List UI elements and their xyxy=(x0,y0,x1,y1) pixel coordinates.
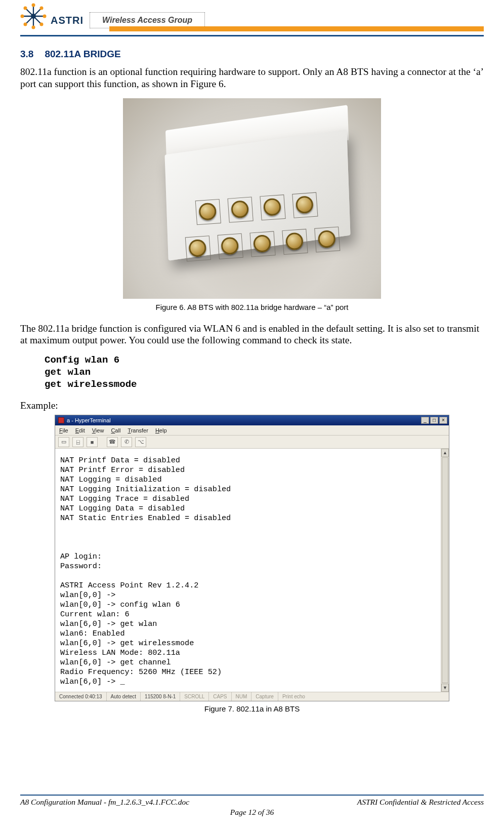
new-icon[interactable]: ▭ xyxy=(58,437,69,447)
menu-file[interactable]: File xyxy=(59,427,68,433)
command-line: get wirelessmode xyxy=(45,379,484,391)
menu-transfer[interactable]: Transfer xyxy=(128,427,148,433)
status-capture: Capture xyxy=(251,692,278,701)
status-serial: 115200 8-N-1 xyxy=(141,692,180,701)
rf-port-icon xyxy=(188,239,206,257)
brand-name: ASTRI xyxy=(51,15,83,29)
svg-point-11 xyxy=(24,23,27,26)
footer-page-number: Page 12 of 36 xyxy=(20,808,484,817)
figure-6-photo xyxy=(123,98,381,299)
scroll-up-button[interactable]: ▲ xyxy=(441,449,449,457)
page-header: ASTRI Wireless Access Group xyxy=(20,0,484,36)
svg-point-8 xyxy=(24,7,27,10)
status-detect: Auto detect xyxy=(107,692,141,701)
rf-port-icon xyxy=(253,234,271,252)
figure-7-caption: Figure 7. 802.11a in A8 BTS xyxy=(20,704,484,713)
hyperterminal-window: a - HyperTerminal _ □ × FileEditViewCall… xyxy=(55,415,449,701)
example-label: Example: xyxy=(20,400,484,412)
rf-port-icon xyxy=(231,200,249,218)
command-block: Config wlan 6 get wlan get wirelessmode xyxy=(20,354,484,390)
vertical-scrollbar[interactable]: ▲ ▼ xyxy=(441,449,449,692)
astri-logo-icon xyxy=(20,3,47,29)
page-footer: A8 Configuration Manual - fm_1.2.6.3_v4.… xyxy=(20,795,484,817)
menu-help[interactable]: Help xyxy=(155,427,167,433)
footer-left: A8 Configuration Manual - fm_1.2.6.3_v4.… xyxy=(20,798,189,807)
hyperterminal-icon xyxy=(58,417,64,423)
svg-point-4 xyxy=(32,4,35,7)
rf-port-icon xyxy=(198,202,217,220)
command-line: get wlan xyxy=(45,367,484,379)
footer-rule xyxy=(20,795,484,796)
status-scroll: SCROLL xyxy=(180,692,209,701)
config-paragraph: The 802.11a bridge function is configure… xyxy=(20,323,484,347)
hangup-icon[interactable]: ✆ xyxy=(121,437,132,447)
status-num: NUM xyxy=(232,692,252,701)
section-title: 802.11A BRIDGE xyxy=(45,49,120,60)
menu-call[interactable]: Call xyxy=(111,427,120,433)
status-printecho: Print echo xyxy=(278,692,309,701)
window-titlebar[interactable]: a - HyperTerminal _ □ × xyxy=(55,415,449,425)
save-icon[interactable]: ■ xyxy=(87,437,98,447)
terminal-output[interactable]: NAT Printf Data = disabled NAT Printf Er… xyxy=(55,449,441,692)
terminal-text: NAT Printf Data = disabled NAT Printf Er… xyxy=(60,456,436,687)
close-button[interactable]: × xyxy=(439,417,447,424)
svg-point-9 xyxy=(40,23,44,26)
open-icon[interactable]: ⌸ xyxy=(72,437,83,447)
svg-point-10 xyxy=(40,7,44,10)
status-bar: Connected 0:40:13 Auto detect 115200 8-N… xyxy=(55,692,449,701)
rf-port-icon xyxy=(221,236,239,255)
rf-port-icon xyxy=(263,197,281,216)
scroll-down-button[interactable]: ▼ xyxy=(441,684,449,692)
status-caps: CAPS xyxy=(209,692,231,701)
menu-edit[interactable]: Edit xyxy=(75,427,85,433)
badge-text: Wireless Access Group xyxy=(102,16,192,24)
rf-port-icon xyxy=(285,232,304,250)
toolbar: ▭⌸■☎✆⌥ xyxy=(55,436,449,449)
window-title: a - HyperTerminal xyxy=(67,417,111,423)
menu-bar: FileEditViewCallTransferHelp xyxy=(55,425,449,436)
svg-point-5 xyxy=(32,26,35,29)
svg-point-12 xyxy=(31,14,36,19)
menu-view[interactable]: View xyxy=(92,427,104,433)
command-line: Config wlan 6 xyxy=(45,354,484,367)
intro-paragraph: 802.11a function is an optional function… xyxy=(20,66,484,90)
header-rule xyxy=(20,35,484,36)
status-connected: Connected 0:40:13 xyxy=(55,692,107,701)
properties-icon[interactable]: ⌥ xyxy=(135,437,146,447)
call-icon[interactable]: ☎ xyxy=(107,437,118,447)
figure-6-caption: Figure 6. A8 BTS with 802.11a bridge har… xyxy=(20,303,484,311)
maximize-button[interactable]: □ xyxy=(430,417,438,424)
section-number: 3.8 xyxy=(20,49,33,60)
svg-point-7 xyxy=(43,15,47,18)
rf-port-icon xyxy=(318,229,336,248)
svg-point-6 xyxy=(21,15,24,18)
rf-port-icon xyxy=(296,195,314,214)
scroll-thumb[interactable] xyxy=(442,457,448,683)
footer-right: ASTRI Confidential & Restricted Access xyxy=(357,798,484,807)
minimize-button[interactable]: _ xyxy=(421,417,429,424)
header-accent-bar xyxy=(109,26,484,31)
